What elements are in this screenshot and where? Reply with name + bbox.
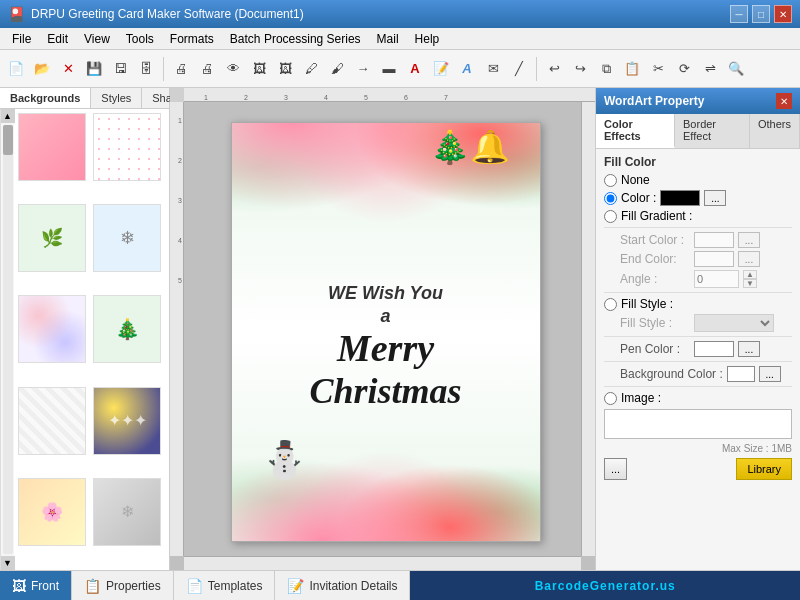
divider5 bbox=[604, 386, 792, 387]
tab-front[interactable]: 🖼 Front bbox=[0, 571, 72, 600]
menu-help[interactable]: Help bbox=[407, 30, 448, 48]
none-radio[interactable] bbox=[604, 174, 617, 187]
menu-file[interactable]: File bbox=[4, 30, 39, 48]
title-bar-controls[interactable]: ─ □ ✕ bbox=[730, 5, 792, 23]
properties-label: Properties bbox=[106, 579, 161, 593]
start-color-box[interactable] bbox=[694, 232, 734, 248]
tb-paste[interactable]: 📋 bbox=[620, 57, 644, 81]
tb-line[interactable]: ╱ bbox=[507, 57, 531, 81]
tb-redo[interactable]: ↪ bbox=[568, 57, 592, 81]
maximize-button[interactable]: □ bbox=[752, 5, 770, 23]
tb-arrow[interactable]: → bbox=[351, 57, 375, 81]
angle-input[interactable] bbox=[694, 270, 739, 288]
bg-color-box[interactable] bbox=[727, 366, 755, 382]
angle-down[interactable]: ▼ bbox=[743, 279, 757, 288]
bg-thumb-9[interactable]: 🌸 bbox=[18, 478, 86, 546]
bg-thumb-6[interactable]: 🎄 bbox=[93, 295, 161, 363]
angle-up[interactable]: ▲ bbox=[743, 270, 757, 279]
tb-brush[interactable]: 🖌 bbox=[325, 57, 349, 81]
tab-backgrounds[interactable]: Backgrounds bbox=[0, 88, 91, 108]
menu-batch[interactable]: Batch Processing Series bbox=[222, 30, 369, 48]
menu-view[interactable]: View bbox=[76, 30, 118, 48]
tb-saveas[interactable]: 🗄 bbox=[134, 57, 158, 81]
tab-others[interactable]: Others bbox=[750, 114, 800, 148]
bg-thumb-3[interactable]: 🌿 bbox=[18, 204, 86, 272]
greeting-card[interactable]: 🎄🔔 WE Wish You a Merry Christmas ⛄ bbox=[231, 122, 541, 542]
fill-gradient-radio[interactable] bbox=[604, 210, 617, 223]
bg-thumb-10[interactable]: ❄ bbox=[93, 478, 161, 546]
menu-tools[interactable]: Tools bbox=[118, 30, 162, 48]
bg-thumb-7[interactable] bbox=[18, 387, 86, 455]
bg-thumb-1[interactable] bbox=[18, 113, 86, 181]
wordart-close-button[interactable]: ✕ bbox=[776, 93, 792, 109]
library-button[interactable]: Library bbox=[736, 458, 792, 480]
tb-img2[interactable]: 🖼 bbox=[273, 57, 297, 81]
tb-flip[interactable]: ⇌ bbox=[698, 57, 722, 81]
tb-print2[interactable]: 🖨 bbox=[195, 57, 219, 81]
tab-color-effects[interactable]: Color Effects bbox=[596, 114, 675, 148]
tab-invitation[interactable]: 📝 Invitation Details bbox=[275, 571, 410, 600]
tb-preview[interactable]: 👁 bbox=[221, 57, 245, 81]
ruler-mark-6: 6 bbox=[404, 94, 408, 101]
close-button[interactable]: ✕ bbox=[774, 5, 792, 23]
tb-undo[interactable]: ↩ bbox=[542, 57, 566, 81]
tb-text[interactable]: A bbox=[403, 57, 427, 81]
fill-style-radio[interactable] bbox=[604, 298, 617, 311]
tb-copy[interactable]: ⧉ bbox=[594, 57, 618, 81]
tb-new[interactable]: 📄 bbox=[4, 57, 28, 81]
panel-scrollbar[interactable]: ▲ ▼ bbox=[0, 109, 14, 570]
tb-text2[interactable]: 📝 bbox=[429, 57, 453, 81]
end-color-label: End Color: bbox=[620, 252, 690, 266]
canvas-hscroll[interactable] bbox=[184, 556, 581, 570]
fill-color-picker-button[interactable]: ... bbox=[704, 190, 726, 206]
tb-save2[interactable]: 🖫 bbox=[108, 57, 132, 81]
fill-color-radio[interactable] bbox=[604, 192, 617, 205]
tb-sep1 bbox=[163, 57, 164, 81]
tb-barcode[interactable]: ▬ bbox=[377, 57, 401, 81]
menu-formats[interactable]: Formats bbox=[162, 30, 222, 48]
fill-color-box[interactable] bbox=[660, 190, 700, 206]
tb-open[interactable]: 📂 bbox=[30, 57, 54, 81]
scroll-down-arrow[interactable]: ▼ bbox=[1, 556, 15, 570]
tb-crop[interactable]: ✂ bbox=[646, 57, 670, 81]
tb-close[interactable]: ✕ bbox=[56, 57, 80, 81]
card-wish-text: WE Wish You bbox=[309, 282, 461, 305]
image-upload-area[interactable] bbox=[604, 409, 792, 439]
ruler-mark-v5: 5 bbox=[178, 277, 182, 284]
pen-color-box[interactable] bbox=[694, 341, 734, 357]
tab-styles[interactable]: Styles bbox=[91, 88, 142, 108]
canvas-vscroll[interactable] bbox=[581, 102, 595, 556]
bg-thumb-8[interactable]: ✦✦✦ bbox=[93, 387, 161, 455]
tb-save[interactable]: 💾 bbox=[82, 57, 106, 81]
toolbar: 📄 📂 ✕ 💾 🖫 🗄 🖨 🖨 👁 🖼 🖼 🖊 🖌 → ▬ A 📝 A ✉ ╱ … bbox=[0, 50, 800, 88]
small-action-button[interactable]: ... bbox=[604, 458, 627, 480]
canvas-document[interactable]: 🎄🔔 WE Wish You a Merry Christmas ⛄ bbox=[190, 108, 581, 556]
end-color-picker[interactable]: ... bbox=[738, 251, 760, 267]
image-radio[interactable] bbox=[604, 392, 617, 405]
fill-style-select[interactable] bbox=[694, 314, 774, 332]
tb-pen[interactable]: 🖊 bbox=[299, 57, 323, 81]
tab-border-effect[interactable]: Border Effect bbox=[675, 114, 750, 148]
tb-rotate[interactable]: ⟳ bbox=[672, 57, 696, 81]
tb-mail[interactable]: ✉ bbox=[481, 57, 505, 81]
scroll-thumb[interactable] bbox=[3, 125, 13, 155]
pen-color-picker[interactable]: ... bbox=[738, 341, 760, 357]
bg-color-picker[interactable]: ... bbox=[759, 366, 781, 382]
tb-img1[interactable]: 🖼 bbox=[247, 57, 271, 81]
menu-edit[interactable]: Edit bbox=[39, 30, 76, 48]
menu-mail[interactable]: Mail bbox=[369, 30, 407, 48]
properties-icon: 📋 bbox=[84, 578, 101, 594]
end-color-box[interactable] bbox=[694, 251, 734, 267]
tab-properties[interactable]: 📋 Properties bbox=[72, 571, 174, 600]
tb-zoom[interactable]: 🔍 bbox=[724, 57, 748, 81]
tb-print[interactable]: 🖨 bbox=[169, 57, 193, 81]
bg-thumb-2[interactable] bbox=[93, 113, 161, 181]
start-color-picker[interactable]: ... bbox=[738, 232, 760, 248]
bg-thumb-4[interactable]: ❄ bbox=[93, 204, 161, 272]
divider4 bbox=[604, 361, 792, 362]
scroll-up-arrow[interactable]: ▲ bbox=[1, 109, 15, 123]
tb-wordart[interactable]: A bbox=[455, 57, 479, 81]
tab-templates[interactable]: 📄 Templates bbox=[174, 571, 276, 600]
minimize-button[interactable]: ─ bbox=[730, 5, 748, 23]
bg-thumb-5[interactable] bbox=[18, 295, 86, 363]
